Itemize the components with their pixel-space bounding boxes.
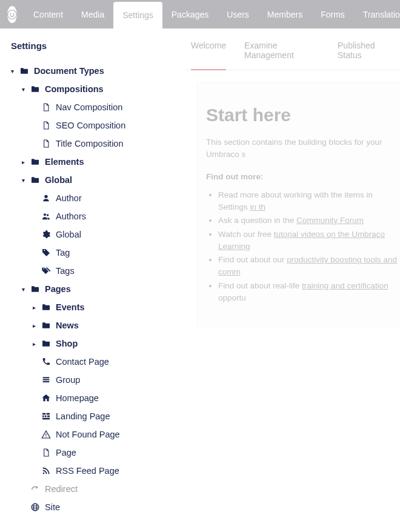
tree-item-news[interactable]: ▸News [29, 316, 178, 334]
tree-item-seo-composition[interactable]: ▸SEO Composition [29, 116, 178, 135]
folder-icon [40, 339, 52, 348]
warning-icon [40, 430, 52, 439]
nav-packages[interactable]: Packages [162, 0, 218, 28]
panel-link[interactable]: training and certification [302, 281, 388, 290]
tab-welcome[interactable]: Welcome [191, 41, 226, 60]
sidebar-title: Settings [11, 41, 178, 51]
nav-settings[interactable]: Settings [113, 2, 162, 28]
tree-item-label: Author [56, 193, 82, 203]
tree-item-label: Site [45, 502, 60, 512]
tab-published-status[interactable]: Published Status [338, 41, 394, 60]
panel-bullet: Ask a question in the Community Forum [218, 214, 400, 227]
panel-bullet-list: Read more about working with the items i… [206, 189, 400, 304]
tree-children: ▸Events▸News▸Shop▸Contact Page▸Group▸Hom… [18, 298, 178, 480]
home-icon [40, 393, 52, 403]
tag-icon [40, 248, 52, 258]
tree-item-label: Tag [56, 248, 70, 258]
tree-item-pages[interactable]: ▾Pages [18, 280, 178, 298]
doc-icon [40, 121, 52, 130]
panel-heading: Start here [206, 105, 400, 125]
svg-rect-10 [47, 416, 50, 417]
folder-icon [18, 66, 30, 76]
tree-item-not-found-page[interactable]: ▸Not Found Page [29, 425, 178, 444]
sidebar: Settings ▾Document Types▾Compositions▸Na… [0, 28, 185, 532]
umbraco-logo[interactable] [7, 6, 17, 23]
tree-root: ▾Document Types▾Compositions▸Nav Composi… [7, 62, 178, 516]
primary-nav: ContentMediaSettingsPackagesUsersMembers… [24, 0, 400, 28]
panel-link[interactable]: Community Forum [296, 216, 364, 225]
tree-item-authors[interactable]: ▸Authors [29, 207, 178, 225]
tree-children: ▸Nav Composition▸SEO Composition▸Title C… [18, 98, 178, 153]
tree-item-homepage[interactable]: ▸Homepage [29, 389, 178, 407]
tree-item-label: Page [56, 448, 76, 457]
tree-item-label: Tags [56, 266, 75, 276]
chevron-down-icon[interactable]: ▾ [18, 86, 28, 93]
tree-item-group[interactable]: ▸Group [29, 371, 178, 389]
tree-item-tag[interactable]: ▸Tag [29, 244, 178, 262]
tree-item-document-types[interactable]: ▾Document Types [7, 62, 178, 80]
rss-icon [40, 466, 52, 476]
tree-item-landing-page[interactable]: ▸Landing Page [29, 407, 178, 425]
tree-item-label: Nav Composition [56, 102, 122, 112]
tree-item-label: Homepage [56, 393, 99, 403]
tree-item-label: Landing Page [56, 411, 110, 421]
svg-rect-9 [45, 416, 47, 417]
folder-icon [40, 302, 52, 312]
chevron-right-icon[interactable]: ▸ [29, 304, 39, 311]
tree-item-label: Shop [56, 339, 78, 348]
tree-item-page[interactable]: ▸Page [29, 444, 178, 462]
tree-children: ▾Compositions▸Nav Composition▸SEO Compos… [7, 80, 178, 516]
tree-item-elements[interactable]: ▸Elements [18, 153, 178, 171]
tree-item-nav-composition[interactable]: ▸Nav Composition [29, 98, 178, 116]
nav-content[interactable]: Content [24, 0, 72, 28]
tree-item-shop[interactable]: ▸Shop [29, 334, 178, 353]
chevron-right-icon[interactable]: ▸ [29, 341, 39, 347]
nav-forms[interactable]: Forms [312, 0, 354, 28]
tab-examine-management[interactable]: Examine Management [244, 41, 319, 60]
tree-item-redirect[interactable]: ▸Redirect [18, 480, 178, 498]
tree-item-global[interactable]: ▸Global [29, 225, 178, 244]
svg-rect-3 [43, 377, 50, 378]
nav-users[interactable]: Users [218, 0, 258, 28]
tree-item-events[interactable]: ▸Events [29, 298, 178, 316]
tree-item-tags[interactable]: ▸Tags [29, 262, 178, 280]
chevron-down-icon[interactable]: ▾ [18, 177, 28, 184]
tree-item-contact-page[interactable]: ▸Contact Page [29, 353, 178, 371]
chevron-right-icon[interactable]: ▸ [29, 322, 39, 329]
svg-point-2 [47, 214, 48, 216]
tree-item-site[interactable]: ▸Site [18, 498, 178, 516]
tree-item-compositions[interactable]: ▾Compositions [18, 80, 178, 98]
svg-point-1 [44, 213, 46, 216]
tree-item-rss-feed-page[interactable]: ▸RSS Feed Page [29, 462, 178, 480]
panel-link[interactable]: in th [250, 202, 266, 211]
folder-icon [29, 175, 41, 185]
nav-media[interactable]: Media [72, 0, 113, 28]
globe-icon [29, 502, 41, 512]
chevron-right-icon[interactable]: ▸ [18, 159, 28, 165]
tree-item-label: Pages [45, 284, 71, 294]
nav-translation[interactable]: Translation [354, 0, 400, 28]
folder-icon [40, 321, 52, 330]
user-icon [40, 193, 52, 203]
tabs: WelcomeExamine ManagementPublished Statu… [185, 28, 400, 70]
gear-icon [40, 230, 52, 239]
tags-icon [40, 266, 52, 276]
tree-item-title-composition[interactable]: ▸Title Composition [29, 135, 178, 153]
tree-item-global[interactable]: ▾Global [18, 171, 178, 189]
chevron-down-icon[interactable]: ▾ [7, 68, 17, 75]
panel-intro: This section contains the building block… [206, 136, 400, 161]
tree-item-label: SEO Composition [56, 121, 125, 130]
nav-members[interactable]: Members [258, 0, 312, 28]
content-area: Settings ▾Document Types▾Compositions▸Na… [0, 28, 400, 532]
tree-item-label: Global [45, 175, 72, 185]
panel-findout: Find out more: [206, 171, 400, 183]
folder-icon [29, 84, 41, 94]
folder-icon [29, 284, 41, 294]
chevron-down-icon[interactable]: ▾ [18, 286, 28, 293]
svg-rect-7 [47, 413, 50, 415]
main-panel: WelcomeExamine ManagementPublished Statu… [185, 28, 400, 532]
tree-item-author[interactable]: ▸Author [29, 189, 178, 207]
doc-icon [40, 102, 52, 112]
redirect-icon [29, 484, 41, 494]
landing-icon [40, 411, 52, 421]
